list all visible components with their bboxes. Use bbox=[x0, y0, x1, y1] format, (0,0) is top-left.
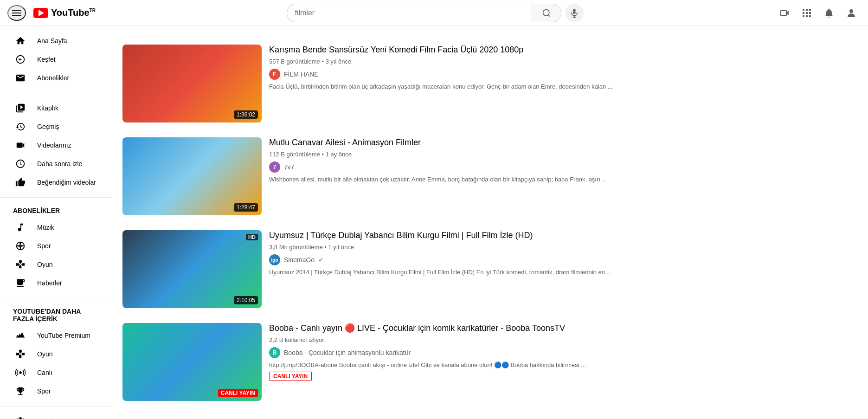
video-item: 1:28:47 Mutlu Canavar Ailesi - Animasyon… bbox=[122, 130, 857, 223]
sidebar-item-explore-label: Keşfet bbox=[37, 56, 56, 63]
svg-point-13 bbox=[849, 9, 853, 13]
sidebar-item-liked-videos[interactable]: Beğendiğim videolar bbox=[4, 173, 108, 192]
sidebar-item-watch-later-label: Daha sonra izle bbox=[37, 160, 82, 168]
channel-name[interactable]: SinemaGo bbox=[284, 256, 315, 264]
user-icon bbox=[846, 7, 857, 19]
video-thumbnail[interactable]: CANLI YAYIN bbox=[122, 323, 262, 401]
channel-avatar: 7 bbox=[269, 161, 280, 173]
trophy-icon bbox=[15, 386, 26, 397]
video-duration: 1:36:02 bbox=[234, 110, 258, 119]
video-title[interactable]: Karışma Bende Sansürsüz Yeni Komedi Film… bbox=[269, 45, 857, 55]
channel-name[interactable]: Booba - Çocuklar için animasyonlu karika… bbox=[284, 349, 411, 356]
video-description: Wishbones ailesi, mutlu bir aile olmakta… bbox=[269, 175, 857, 184]
sidebar-item-news[interactable]: Haberler bbox=[4, 274, 108, 292]
time-ago: 1 yıl önce bbox=[328, 244, 354, 251]
sidebar-item-library[interactable]: Kitaplık bbox=[4, 99, 108, 117]
video-info: Uyumsuz | Türkçe Dublaj Yabancı Bilim Ku… bbox=[269, 230, 857, 308]
video-item: 1:36:02 Karışma Bende Sansürsüz Yeni Kom… bbox=[122, 37, 857, 130]
youtube-wordmark: YouTubeTR bbox=[51, 7, 96, 18]
home-icon bbox=[15, 35, 26, 46]
video-title[interactable]: Mutlu Canavar Ailesi - Animasyon Filmler bbox=[269, 137, 857, 148]
subscriptions-icon bbox=[15, 72, 26, 84]
video-info: Booba - Canlı yayın 🔴 LIVE - Çocuklar iç… bbox=[269, 323, 857, 401]
svg-rect-5 bbox=[806, 9, 808, 11]
video-title[interactable]: Uyumsuz | Türkçe Dublaj Yabancı Bilim Ku… bbox=[269, 230, 857, 241]
channel-avatar: F bbox=[269, 69, 280, 80]
history-icon bbox=[15, 121, 26, 132]
hamburger-icon bbox=[12, 10, 21, 16]
video-description: Uyumsuz 2014 | Türkçe Dublaj Yabancı Bil… bbox=[269, 268, 857, 277]
sidebar-item-premium-label: YouTube Premium bbox=[37, 332, 90, 339]
sidebar-item-your-videos-label: Videolarınız bbox=[37, 142, 71, 149]
channel-name[interactable]: FİLM HANE bbox=[284, 71, 319, 78]
sidebar-item-news-label: Haberler bbox=[37, 279, 62, 287]
bell-icon bbox=[823, 7, 835, 19]
sidebar-item-history[interactable]: Geçmiş bbox=[4, 117, 108, 136]
create-video-button[interactable] bbox=[775, 4, 794, 22]
live-badge: CANLI YAYIN bbox=[218, 389, 258, 397]
sidebar-item-watch-later[interactable]: Daha sonra izle bbox=[4, 155, 108, 173]
sidebar-item-subscriptions[interactable]: Abonelikler bbox=[4, 69, 108, 87]
mic-button[interactable] bbox=[565, 4, 584, 22]
time-ago: 1 ay önce bbox=[326, 151, 352, 158]
menu-button[interactable] bbox=[7, 5, 26, 21]
video-title[interactable]: Booba - Canlı yayın 🔴 LIVE - Çocuklar iç… bbox=[269, 323, 857, 334]
video-item: CANLI YAYIN Booba - Canlı yayın 🔴 LIVE -… bbox=[122, 316, 857, 408]
gaming-icon bbox=[15, 259, 26, 270]
search-input[interactable]: filmler bbox=[287, 4, 532, 22]
sidebar-item-gaming[interactable]: Oyun bbox=[4, 255, 108, 274]
svg-rect-12 bbox=[809, 15, 811, 17]
header-right bbox=[775, 4, 861, 22]
music-icon bbox=[15, 222, 26, 233]
video-camera-icon bbox=[779, 7, 790, 19]
svg-rect-10 bbox=[803, 15, 804, 17]
sidebar-item-sports2-label: Spor bbox=[37, 387, 51, 395]
video-meta: 557 B görüntüleme • 3 yıl önce bbox=[269, 58, 857, 65]
sidebar-item-live[interactable]: Canlı bbox=[4, 363, 108, 382]
svg-point-0 bbox=[543, 9, 549, 15]
video-thumbnail[interactable]: 1:28:47 bbox=[122, 137, 262, 215]
sidebar-item-music[interactable]: Müzik bbox=[4, 218, 108, 237]
sidebar-item-settings[interactable]: Ayarlar bbox=[4, 412, 108, 419]
sidebar-item-explore[interactable]: Keşfet bbox=[4, 50, 108, 69]
sidebar-item-sport[interactable]: Spor bbox=[4, 237, 108, 255]
apps-button[interactable] bbox=[797, 4, 816, 22]
sidebar-divider-4 bbox=[0, 406, 111, 406]
sport-icon bbox=[15, 240, 26, 251]
mic-icon bbox=[570, 8, 579, 18]
sidebar-item-home[interactable]: Ana Sayfa bbox=[4, 32, 108, 50]
sidebar-divider-2 bbox=[0, 197, 111, 198]
video-thumbnail[interactable]: HD 2:10:05 bbox=[122, 230, 262, 308]
channel-name[interactable]: 7v7 bbox=[284, 163, 295, 171]
video-thumbnail[interactable]: 1:36:02 bbox=[122, 45, 262, 122]
video-meta: 3,8 Mn görüntüleme • 1 yıl önce bbox=[269, 244, 857, 251]
search-button[interactable] bbox=[532, 4, 561, 22]
svg-line-1 bbox=[548, 14, 550, 16]
canliyayin-badge[interactable]: CANLI YAYIN bbox=[269, 372, 312, 381]
video-meta: 112 B görüntüleme • 1 ay önce bbox=[269, 151, 857, 158]
sidebar-item-gaming2[interactable]: Oyun bbox=[4, 345, 108, 363]
explore-icon bbox=[15, 54, 26, 65]
channel-avatar: igo bbox=[269, 254, 280, 265]
live-icon bbox=[15, 367, 26, 378]
sidebar-item-live-label: Canlı bbox=[37, 369, 52, 376]
sidebar: Ana Sayfa Keşfet Abonelikler Kitaplık Ge… bbox=[0, 26, 111, 419]
sidebar-item-history-label: Geçmiş bbox=[37, 123, 59, 130]
sidebar-item-your-videos[interactable]: Videolarınız bbox=[4, 136, 108, 155]
hd-badge: HD bbox=[246, 234, 258, 240]
youtube-logo[interactable]: YouTubeTR bbox=[33, 7, 96, 18]
sidebar-item-liked-videos-label: Beğendiğim videolar bbox=[37, 179, 96, 186]
user-button[interactable] bbox=[842, 4, 861, 22]
sidebar-item-sports2[interactable]: Spor bbox=[4, 382, 108, 400]
liked-videos-icon bbox=[15, 177, 26, 188]
video-description: http://j.mp/BOOBA-abone Booba canlı akış… bbox=[269, 361, 857, 369]
view-count: 112 B görüntüleme bbox=[269, 151, 320, 158]
sidebar-item-premium[interactable]: YouTube Premium bbox=[4, 326, 108, 345]
settings-icon bbox=[15, 416, 26, 419]
sidebar-divider-1 bbox=[0, 93, 111, 93]
subscriptions-section-title: ABONELİKLER bbox=[0, 203, 111, 218]
search-icon bbox=[542, 8, 551, 18]
library-icon bbox=[15, 103, 26, 114]
notifications-button[interactable] bbox=[820, 4, 838, 22]
premium-icon bbox=[15, 330, 26, 341]
